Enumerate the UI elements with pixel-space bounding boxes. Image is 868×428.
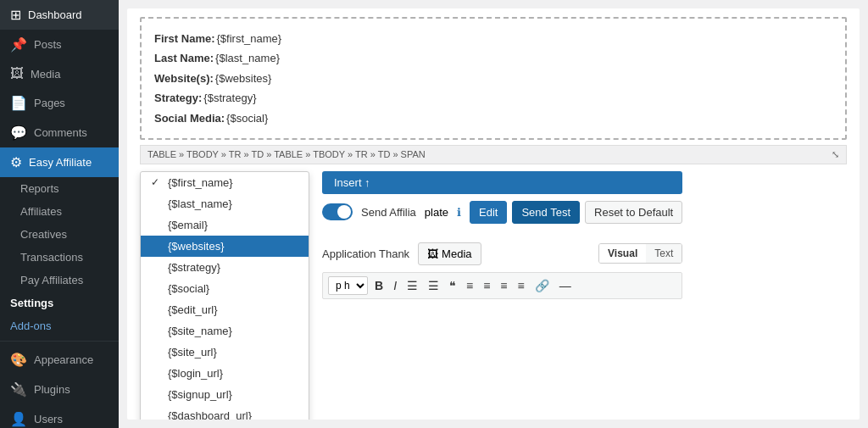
add-media-button[interactable]: 🖼 Media [418,242,481,265]
toggle-send[interactable] [322,203,353,220]
dropdown-item-login_url[interactable]: {$login_url} [141,363,309,384]
align-justify-button[interactable]: ≡ [515,277,528,294]
align-center-button[interactable]: ≡ [480,277,493,294]
align-left-button[interactable]: ≡ [463,277,476,294]
sidebar-item-users[interactable]: 👤 Users [0,404,119,428]
sidebar-item-pay-affiliates[interactable]: Pay Affiliates [0,269,119,292]
tab-visual[interactable]: Visual [599,244,646,263]
dropdown-item-strategy[interactable]: {$strategy} [141,257,309,278]
template-preview: First Name: {$first_name} Last Name: {$l… [140,17,847,140]
dropdown-item-first_name[interactable]: ✓{$first_name} [141,172,309,193]
tab-text[interactable]: Text [646,244,682,263]
breadcrumb: TABLE » TBODY » TR » TD » TABLE » TBODY … [140,145,847,164]
content-panel: First Name: {$first_name} Last Name: {$l… [127,8,860,420]
dropdown-item-signup_url[interactable]: {$signup_url} [141,384,309,405]
dropdown-item-label: {$websites} [168,240,225,253]
sidebar-item-settings[interactable]: Settings [0,292,119,314]
dropdown-item-edit_url[interactable]: {$edit_url} [141,299,309,320]
align-right-button[interactable]: ≡ [497,277,510,294]
dropdown-item-label: {$dashboard_url} [168,409,252,420]
field-strategy: Strategy: {$strategy} [154,88,832,108]
media-icon: 🖼 [10,66,24,81]
sidebar-item-comments[interactable]: 💬 Comments [0,118,119,147]
sidebar-item-easy-affiliate[interactable]: ⚙ Easy Affiliate [0,147,119,177]
insert-button[interactable]: Insert ↑ [322,171,682,194]
sidebar-item-affiliates[interactable]: Affiliates [0,200,119,223]
pages-icon: 📄 [10,95,27,111]
sidebar-item-label: Easy Affiliate [29,156,92,169]
send-buttons: Edit Send Test Reset to Default [470,201,682,224]
media-label: Media [442,247,471,260]
dropdown-item-label: {$login_url} [168,367,223,380]
italic-button[interactable]: I [390,277,400,294]
check-icon: ✓ [151,176,163,188]
sidebar-item-label: Media [31,68,60,81]
dropdown-item-label: {$signup_url} [168,388,232,401]
strategy-label: Strategy: [154,88,202,108]
dropdown-item-site_url[interactable]: {$site_url} [141,342,309,363]
sidebar-item-plugins[interactable]: 🔌 Plugins [0,375,119,404]
sidebar-item-creatives[interactable]: Creatives [0,223,119,246]
dropdown-item-websites[interactable]: {$websites} [141,236,309,257]
dropdown-item-label: {$edit_url} [168,303,218,316]
sidebar-item-posts[interactable]: 📌 Posts [0,30,119,59]
sidebar-item-add-ons[interactable]: Add-ons [0,314,119,337]
appearance-icon: 🎨 [10,352,27,368]
rte-toolbar: p h B I ☰ ☰ ❝ ≡ ≡ ≡ ≡ 🔗 — [322,272,682,299]
template-label: plate [425,206,448,219]
sidebar-item-label: Dashboard [28,8,82,21]
sidebar-item-media[interactable]: 🖼 Media [0,59,119,88]
last-name-label: Last Name: [154,48,214,68]
strategy-value: {$strategy} [203,88,256,108]
sidebar-item-label: Plugins [34,383,70,396]
dropdown-item-label: {$last_name} [168,197,232,210]
last-name-value: {$last_name} [215,48,280,68]
field-websites: Website(s): {$websites} [154,69,832,88]
send-test-button[interactable]: Send Test [512,201,580,224]
dropdown-item-social[interactable]: {$social} [141,278,309,299]
sidebar-item-pages[interactable]: 📄 Pages [0,88,119,118]
editor-area: First Name: {$first_name} Last Name: {$l… [127,8,860,420]
main-content: First Name: {$first_name} Last Name: {$l… [119,0,868,428]
sidebar-item-label: Appearance [34,353,93,366]
websites-value: {$websites} [215,69,272,88]
field-last-name: Last Name: {$last_name} [154,48,832,68]
dropdown-item-label: {$site_url} [168,346,217,359]
social-media-label: Social Media: [154,108,225,128]
sidebar-item-reports[interactable]: Reports [0,177,119,200]
hr-button[interactable]: — [556,277,575,294]
dropdown-item-label: {$first_name} [168,176,233,189]
breadcrumb-text: TABLE » TBODY » TR » TD » TABLE » TBODY … [147,149,426,159]
editor-tabs: Visual Text [598,243,682,264]
dropdown-menu[interactable]: ✓{$first_name}{$last_name}{$email}{$webs… [140,171,309,420]
dashboard-icon: ⊞ [10,7,21,23]
dropdown-item-dashboard_url[interactable]: {$dashboard_url} [141,405,309,420]
edit-button[interactable]: Edit [470,201,507,224]
bold-button[interactable]: B [371,277,387,294]
info-icon: ℹ [457,206,461,219]
sidebar-item-label: Comments [34,126,87,139]
ul-button[interactable]: ☰ [403,277,421,294]
reset-button[interactable]: Reset to Default [585,201,682,224]
dropdown-item-site_name[interactable]: {$site_name} [141,320,309,342]
sidebar-item-appearance[interactable]: 🎨 Appearance [0,345,119,375]
posts-icon: 📌 [10,36,27,53]
first-name-value: {$first_name} [217,29,282,48]
easy-affiliate-icon: ⚙ [10,154,22,170]
sidebar: ⊞ Dashboard 📌 Posts 🖼 Media 📄 Pages 💬 Co… [0,0,119,428]
blockquote-button[interactable]: ❝ [446,277,459,294]
dropdown-item-label: {$social} [168,282,209,295]
sidebar-item-dashboard[interactable]: ⊞ Dashboard [0,0,119,30]
dropdown-item-email[interactable]: {$email} [141,214,309,236]
sidebar-item-transactions[interactable]: Transactions [0,246,119,269]
dropdown-item-label: {$strategy} [168,261,220,274]
dropdown-item-last_name[interactable]: {$last_name} [141,193,309,214]
expand-icon[interactable]: ⤡ [832,149,839,160]
first-name-label: First Name: [154,29,215,48]
plugins-icon: 🔌 [10,381,27,397]
ol-button[interactable]: ☰ [425,277,442,294]
paragraph-select[interactable]: p h [328,276,368,295]
link-button[interactable]: 🔗 [531,277,553,294]
media-icon: 🖼 [427,247,438,260]
field-first-name: First Name: {$first_name} [154,29,832,48]
